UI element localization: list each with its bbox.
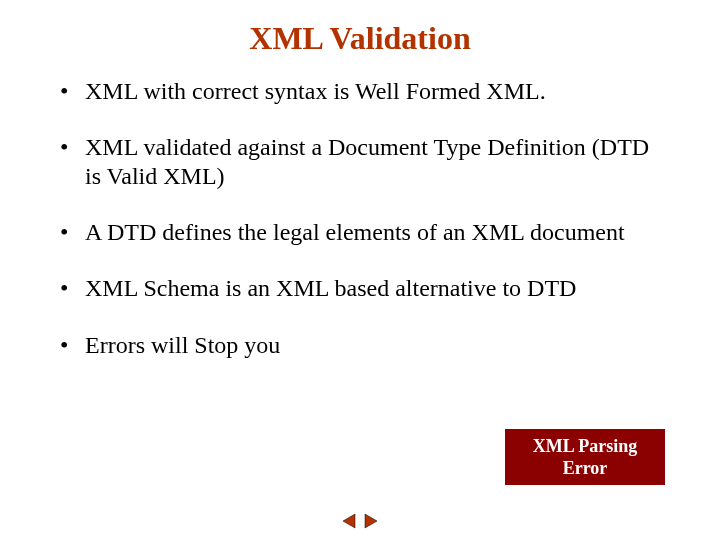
svg-marker-0 bbox=[343, 514, 355, 528]
slide-content: XML with correct syntax is Well Formed X… bbox=[0, 67, 720, 359]
badge-line1: XML Parsing bbox=[533, 435, 638, 458]
list-item: XML with correct syntax is Well Formed X… bbox=[55, 77, 665, 105]
bullet-list: XML with correct syntax is Well Formed X… bbox=[55, 77, 665, 359]
nav-controls bbox=[340, 512, 380, 530]
badge-line2: Error bbox=[533, 457, 638, 480]
next-arrow-icon[interactable] bbox=[362, 512, 380, 530]
prev-arrow-icon[interactable] bbox=[340, 512, 358, 530]
list-item: A DTD defines the legal elements of an X… bbox=[55, 218, 665, 246]
list-item: Errors will Stop you bbox=[55, 331, 665, 359]
list-item: XML Schema is an XML based alternative t… bbox=[55, 274, 665, 302]
svg-marker-1 bbox=[365, 514, 377, 528]
slide-title: XML Validation bbox=[0, 0, 720, 67]
error-badge: XML Parsing Error bbox=[505, 429, 665, 485]
list-item: XML validated against a Document Type De… bbox=[55, 133, 665, 190]
